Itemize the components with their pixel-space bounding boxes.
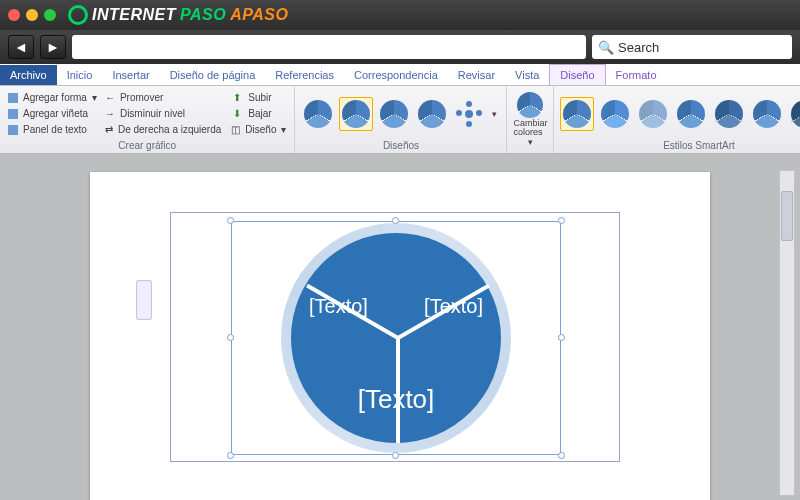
close-icon[interactable] — [8, 9, 20, 21]
btn-disminuir[interactable]: → Disminuir nivel — [103, 106, 225, 121]
vertical-scrollbar[interactable] — [779, 170, 795, 496]
tab-smartart-diseno[interactable]: Diseño — [549, 64, 605, 85]
tab-inicio[interactable]: Inicio — [57, 65, 103, 85]
minimize-icon[interactable] — [26, 9, 38, 21]
text-pane-toggle[interactable] — [136, 280, 152, 320]
logo-ring-icon — [68, 5, 88, 25]
tab-smartart-formato[interactable]: Formato — [606, 65, 667, 85]
search-input[interactable]: 🔍 Search — [592, 35, 792, 59]
style-option-2[interactable] — [598, 97, 632, 131]
layout-option-4[interactable] — [415, 97, 449, 131]
cycle-diagram[interactable]: [Texto] [Texto] [Texto] — [291, 233, 501, 443]
layout-option-1[interactable] — [301, 97, 335, 131]
resize-handle-ml[interactable] — [227, 334, 234, 341]
layout-option-2-selected[interactable] — [339, 97, 373, 131]
segment-label-1[interactable]: [Texto] — [309, 295, 368, 318]
group-disenos: ▾ Diseños — [295, 86, 507, 153]
btn-panel-texto[interactable]: Panel de texto — [6, 122, 99, 137]
tab-file[interactable]: Archivo — [0, 65, 57, 85]
url-input[interactable] — [72, 35, 586, 59]
btn-promover[interactable]: ← Promover — [103, 90, 225, 105]
style-option-5[interactable] — [712, 97, 746, 131]
group-cambiar-colores: Cambiar colores▾ — [507, 86, 554, 153]
group-label-crear: Crear gráfico — [6, 139, 288, 153]
resize-handle-tr[interactable] — [558, 217, 565, 224]
browser-nav-bar: ◄ ► 🔍 Search — [0, 30, 800, 64]
btn-cambiar-colores[interactable]: Cambiar colores▾ — [513, 92, 547, 147]
group-label-estilos: Estilos SmartArt — [560, 139, 800, 153]
tab-vista[interactable]: Vista — [505, 65, 549, 85]
layout-option-3[interactable] — [377, 97, 411, 131]
palette-icon — [517, 92, 543, 118]
layout-option-5[interactable] — [453, 98, 485, 130]
style-option-7[interactable] — [788, 97, 800, 131]
btn-agregar-forma[interactable]: Agregar forma ▾ — [6, 90, 99, 105]
scroll-thumb[interactable] — [781, 191, 793, 241]
brand-text-1: INTERNET — [92, 6, 176, 24]
document-area: [Texto] [Texto] [Texto] — [0, 154, 800, 500]
smartart-frame[interactable]: [Texto] [Texto] [Texto] — [170, 212, 620, 462]
search-icon: 🔍 — [598, 40, 614, 55]
btn-bajar[interactable]: ⬇ Bajar — [229, 106, 288, 121]
forward-button[interactable]: ► — [40, 35, 66, 59]
segment-label-2[interactable]: [Texto] — [424, 295, 483, 318]
smartart-selection[interactable]: [Texto] [Texto] [Texto] — [231, 221, 561, 455]
style-option-4[interactable] — [674, 97, 708, 131]
group-crear-grafico: Agregar forma ▾ Agregar viñeta Panel de … — [0, 86, 295, 153]
page[interactable]: [Texto] [Texto] [Texto] — [90, 172, 710, 500]
group-label-disenos: Diseños — [301, 139, 500, 153]
segment-label-3[interactable]: [Texto] — [358, 384, 435, 415]
back-button[interactable]: ◄ — [8, 35, 34, 59]
style-option-6[interactable] — [750, 97, 784, 131]
resize-handle-bl[interactable] — [227, 452, 234, 459]
layout-more-button[interactable]: ▾ — [489, 106, 500, 122]
maximize-icon[interactable] — [44, 9, 56, 21]
btn-subir[interactable]: ⬆ Subir — [229, 90, 288, 105]
tab-diseno-pagina[interactable]: Diseño de página — [160, 65, 266, 85]
tab-revisar[interactable]: Revisar — [448, 65, 505, 85]
resize-handle-tl[interactable] — [227, 217, 234, 224]
site-logo: INTERNETPASOAPASO — [68, 5, 288, 25]
style-option-3[interactable] — [636, 97, 670, 131]
btn-derecha-izquierda[interactable]: ⇄ De derecha a izquierda — [103, 122, 225, 137]
ribbon-tabs: Archivo Inicio Insertar Diseño de página… — [0, 64, 800, 86]
resize-handle-br[interactable] — [558, 452, 565, 459]
resize-handle-mr[interactable] — [558, 334, 565, 341]
btn-diseno-dropdown[interactable]: ◫ Diseño ▾ — [229, 122, 288, 137]
tab-correspondencia[interactable]: Correspondencia — [344, 65, 448, 85]
btn-agregar-vineta[interactable]: Agregar viñeta — [6, 106, 99, 121]
style-option-1-selected[interactable] — [560, 97, 594, 131]
group-estilos-smartart: ▾ Estilos SmartArt — [554, 86, 800, 153]
brand-text-3: APASO — [230, 6, 288, 24]
tab-referencias[interactable]: Referencias — [265, 65, 344, 85]
search-placeholder: Search — [618, 40, 659, 55]
brand-text-2: PASO — [180, 6, 226, 24]
group-label-cambiar — [513, 150, 547, 153]
tab-insertar[interactable]: Insertar — [102, 65, 159, 85]
browser-title-bar: INTERNETPASOAPASO — [0, 0, 800, 30]
resize-handle-bm[interactable] — [392, 452, 399, 459]
ribbon: Agregar forma ▾ Agregar viñeta Panel de … — [0, 86, 800, 154]
